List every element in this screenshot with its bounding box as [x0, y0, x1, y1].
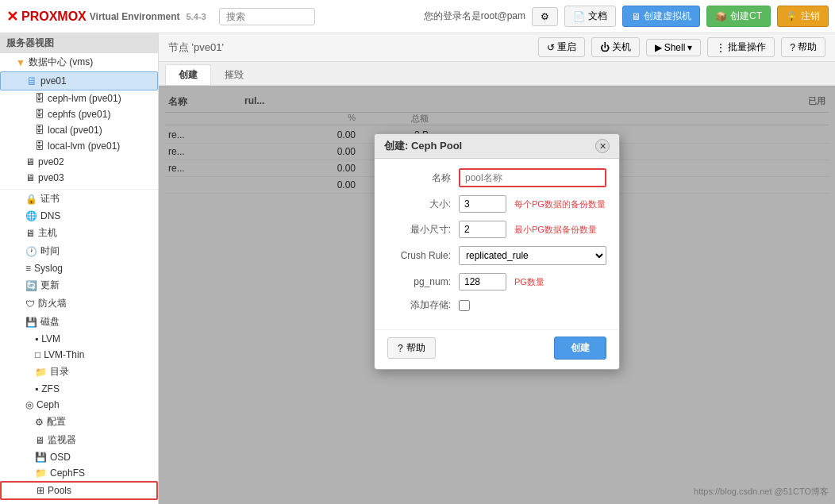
time-label: 时间 — [40, 244, 60, 258]
bulk-label: 批量操作 — [728, 40, 766, 54]
create-modal-button[interactable]: 创建 — [554, 337, 606, 360]
add-storage-checkbox[interactable] — [459, 300, 470, 311]
update-icon: 🔄 — [25, 280, 37, 291]
sidebar-item-time[interactable]: 🕐 时间 — [0, 242, 158, 260]
name-label: 名称 — [387, 171, 459, 185]
tab-bar: 创建 摧毁 — [159, 62, 835, 86]
cephfs2-icon: 📁 — [35, 467, 47, 479]
tab-destroy[interactable]: 摧毁 — [211, 64, 257, 85]
reload-icon: ↺ — [547, 42, 555, 53]
pg-num-spinner: PG数量 — [459, 273, 606, 290]
pve02-label: pve02 — [38, 156, 64, 167]
sidebar-item-lvm-thin[interactable]: □ LVM-Thin — [0, 347, 158, 363]
size-spinner: 每个PG数据的备份数量 — [459, 195, 606, 213]
shell-label: Shell — [664, 42, 686, 53]
sidebar-item-zfs[interactable]: ▪ ZFS — [0, 381, 158, 397]
min-size-input[interactable] — [459, 221, 506, 238]
sidebar-item-pve02[interactable]: 🖥 pve02 — [0, 154, 158, 170]
config-label: 配置 — [47, 415, 66, 429]
min-size-hint: 最小PG数据备份数量 — [514, 224, 597, 236]
sidebar-item-firewall[interactable]: 🛡 防火墙 — [0, 294, 158, 313]
content-area: 节点 'pve01' ↺ 重启 ⏻ 关机 ▶ Shell ▾ ⋮ 批量操作 ? … — [159, 33, 835, 504]
bulk-button[interactable]: ⋮ 批量操作 — [707, 37, 775, 57]
pve03-label: pve03 — [38, 172, 64, 183]
sidebar-item-osd[interactable]: 💾 OSD — [0, 449, 158, 465]
sidebar-item-disk[interactable]: 💾 磁盘 — [0, 313, 158, 331]
osd-label: OSD — [50, 452, 71, 463]
create-ct-icon: 📦 — [715, 11, 727, 22]
config-icon: ⚙ — [35, 417, 44, 428]
sidebar-item-datacenter[interactable]: ▼ 数据中心 (vms) — [0, 53, 158, 71]
sidebar-item-syslog[interactable]: ≡ Syslog — [0, 260, 158, 276]
shutdown-button[interactable]: ⏻ 关机 — [591, 37, 640, 57]
create-ct-button[interactable]: 📦 创建CT — [706, 6, 771, 27]
sidebar-item-cephfs2[interactable]: 📁 CephFS — [0, 465, 158, 481]
sidebar-item-log[interactable]: ≡ 日志 — [0, 500, 158, 504]
gear-icon: ⚙ — [541, 11, 549, 22]
dir-label: 目录 — [50, 365, 69, 379]
local-lvm-icon: 🗄 — [35, 140, 44, 152]
sidebar-item-dir[interactable]: 📁 目录 — [0, 363, 158, 381]
help-modal-icon: ? — [398, 343, 403, 354]
size-input[interactable] — [459, 195, 506, 213]
sidebar-item-local[interactable]: 🗄 local (pve01) — [0, 122, 158, 138]
modal-close-button[interactable]: ✕ — [595, 139, 610, 153]
pve02-icon: 🖥 — [25, 156, 35, 167]
hosts-label: 主机 — [38, 226, 57, 240]
sidebar-item-ceph[interactable]: ◎ Ceph — [0, 397, 158, 413]
logo-version: 5.4-3 — [187, 12, 206, 21]
help-button[interactable]: ? 帮助 — [781, 37, 825, 57]
name-input[interactable] — [460, 170, 605, 186]
help-modal-label: 帮助 — [406, 341, 425, 355]
dns-label: DNS — [40, 210, 60, 221]
search-input[interactable] — [219, 8, 315, 25]
sidebar-item-cert[interactable]: 🔒 证书 — [0, 190, 158, 208]
add-storage-field-row: 添加存储: — [387, 298, 606, 312]
storage-icon: 🗄 — [35, 93, 44, 104]
reload-button[interactable]: ↺ 重启 — [538, 37, 585, 57]
shell-chevron-icon: ▾ — [687, 42, 692, 53]
sidebar-item-local-lvm[interactable]: 🗄 local-lvm (pve01) — [0, 138, 158, 154]
sidebar-item-monitor[interactable]: 🖥 监视器 — [0, 431, 158, 449]
create-vm-button[interactable]: 🖥 创建虚拟机 — [622, 6, 700, 27]
crush-rule-select[interactable]: replicated_rule — [459, 246, 606, 265]
sidebar-item-pve01[interactable]: 🖥 pve01 — [0, 71, 158, 90]
pg-num-input[interactable] — [459, 273, 506, 290]
name-field-row: 名称 — [387, 168, 606, 187]
sidebar-item-hosts[interactable]: 🖥 主机 — [0, 224, 158, 242]
gear-button[interactable]: ⚙ — [532, 7, 558, 26]
lvm-icon: ▪ — [35, 333, 38, 344]
modal-footer: ? 帮助 创建 — [375, 329, 619, 369]
help-modal-button[interactable]: ? 帮助 — [387, 337, 436, 359]
min-size-field-row: 最小尺寸: 最小PG数据备份数量 — [387, 221, 606, 238]
modal-overlay: 创建: Ceph Pool ✕ 名称 大小: — [159, 86, 835, 504]
firewall-label: 防火墙 — [38, 297, 67, 310]
local-label: local (pve01) — [48, 125, 102, 136]
datacenter-label: 数据中心 (vms) — [29, 56, 93, 69]
sidebar-item-ceph-lvm[interactable]: 🗄 ceph-lvm (pve01) — [0, 90, 158, 106]
cert-icon: 🔒 — [25, 194, 37, 205]
reload-label: 重启 — [557, 40, 576, 54]
shell-button[interactable]: ▶ Shell ▾ — [646, 39, 702, 56]
sidebar-item-update[interactable]: 🔄 更新 — [0, 276, 158, 294]
pools-icon: ⊞ — [37, 485, 44, 496]
sidebar-item-pve03[interactable]: 🖥 pve03 — [0, 170, 158, 186]
sidebar-item-dns[interactable]: 🌐 DNS — [0, 208, 158, 224]
docs-icon: 📄 — [573, 11, 585, 22]
docs-button[interactable]: 📄 文档 — [564, 6, 616, 27]
syslog-label: Syslog — [34, 263, 63, 274]
logout-button[interactable]: 🔓 注销 — [777, 6, 829, 27]
tab-create[interactable]: 创建 — [165, 64, 211, 85]
content-panel: 名称 rul... 已用 % 总额 re... 0.00 0 B — [159, 86, 835, 504]
crush-rule-field-row: Crush Rule: replicated_rule — [387, 246, 606, 265]
sidebar-item-config[interactable]: ⚙ 配置 — [0, 413, 158, 431]
sidebar-item-pools[interactable]: ⊞ Pools — [0, 481, 158, 500]
local-lvm-label: local-lvm (pve01) — [48, 140, 120, 152]
sidebar-item-lvm[interactable]: ▪ LVM — [0, 331, 158, 347]
monitor-label: 监视器 — [48, 433, 76, 447]
sidebar-item-cephfs[interactable]: 🗄 cephfs (pve01) — [0, 106, 158, 122]
lvm-label: LVM — [41, 333, 60, 344]
create-ceph-pool-modal: 创建: Ceph Pool ✕ 名称 大小: — [374, 133, 620, 370]
main-layout: 服务器视图 ▼ 数据中心 (vms) 🖥 pve01 🗄 ceph-lvm (p… — [0, 33, 835, 504]
logout-icon: 🔓 — [786, 11, 798, 22]
